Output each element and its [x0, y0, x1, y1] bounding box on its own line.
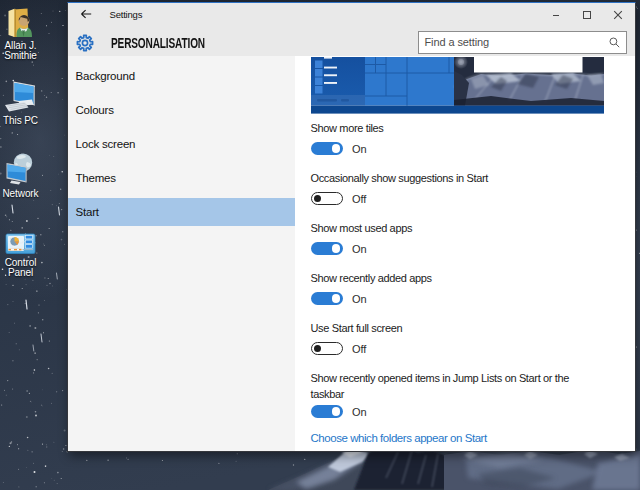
content-pane: Show more tiles On Occasionally show sug… [295, 56, 636, 451]
titlebar[interactable]: Settings [68, 3, 636, 27]
toggle-state: Off [352, 343, 366, 355]
settings-window: Settings PERSONALISATI [67, 2, 637, 452]
toggle-jump-lists[interactable] [311, 405, 343, 418]
setting-label: Show recently opened items in Jump Lists… [311, 370, 606, 402]
desktop-icon-network[interactable]: Network [0, 150, 41, 199]
sidebar-item-background[interactable]: Background [68, 62, 295, 90]
desktop-icon-label: This PC [0, 116, 41, 127]
setting-label: Occasionally show suggestions in Start [311, 170, 606, 186]
setting-label: Show recently added apps [311, 270, 606, 286]
toggle-state: On [352, 293, 366, 305]
desktop-icon-label: Network [0, 189, 41, 200]
setting-label: Show most used apps [311, 220, 606, 236]
close-icon [613, 10, 623, 20]
maximize-button[interactable] [572, 3, 601, 27]
sidebar-item-lock-screen[interactable]: Lock screen [68, 130, 295, 158]
gear-icon [76, 34, 94, 56]
sidebar-item-start[interactable]: Start [68, 198, 295, 226]
search-box[interactable]: Find a setting [418, 31, 627, 54]
minimize-button[interactable] [539, 3, 572, 27]
toggle-state: On [352, 243, 366, 255]
setting-label: Show more tiles [311, 120, 606, 136]
control-panel-icon [0, 232, 41, 255]
start-preview-image [311, 57, 604, 114]
toggle-state: Off [352, 193, 366, 205]
back-button[interactable] [78, 5, 96, 23]
search-icon[interactable] [604, 32, 626, 53]
desktop-icon-label: Allan J. Smithie [0, 41, 41, 62]
toggle-recently-added[interactable] [311, 292, 343, 305]
user-folder-icon [0, 8, 41, 38]
choose-folders-link[interactable]: Choose which folders appear on Start [311, 432, 487, 444]
desktop-icon-control-panel[interactable]: Control Panel [0, 232, 41, 279]
close-button[interactable] [601, 3, 635, 27]
caption-buttons [539, 3, 635, 27]
toggle-state: On [352, 143, 366, 155]
desktop-icon-label: Control Panel [0, 258, 41, 279]
desktop-icon-this-pc[interactable]: This PC [0, 80, 41, 126]
window-title: Settings [110, 9, 143, 20]
maximize-icon [582, 10, 592, 20]
back-arrow-icon [78, 5, 96, 23]
this-pc-icon [0, 80, 41, 113]
page-title: PERSONALISATION [111, 35, 205, 51]
toggle-full-screen[interactable] [311, 342, 343, 355]
desktop-icon-user-folder[interactable]: Allan J. Smithie [0, 8, 41, 62]
toggle-state: On [352, 406, 366, 418]
search-placeholder: Find a setting [419, 36, 604, 48]
toggle-most-used[interactable] [311, 242, 343, 255]
setting-label: Use Start full screen [311, 320, 606, 336]
toggle-show-more-tiles[interactable] [311, 142, 343, 155]
sidebar-item-themes[interactable]: Themes [68, 164, 295, 192]
minimize-icon [551, 10, 561, 20]
network-icon [0, 150, 41, 186]
sidebar-item-colours[interactable]: Colours [68, 96, 295, 124]
toggle-suggestions[interactable] [311, 192, 343, 205]
sidebar: Background Colours Lock screen Themes St… [68, 56, 295, 451]
